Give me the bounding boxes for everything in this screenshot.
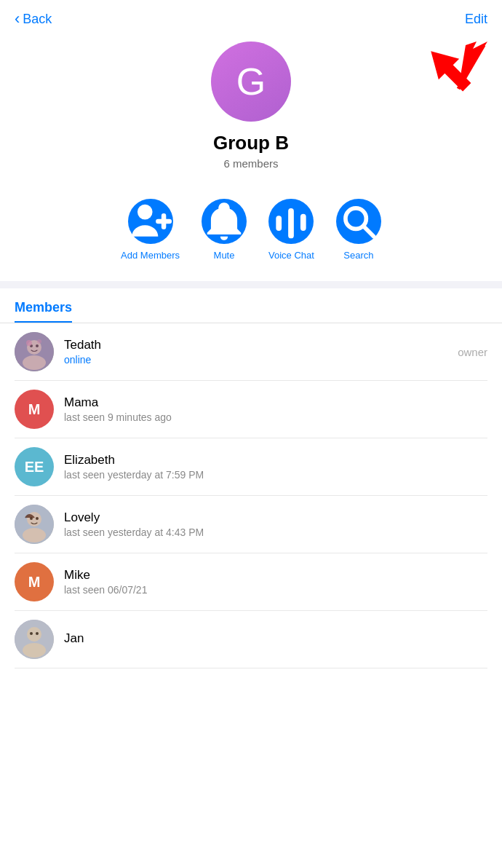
- svg-line-10: [364, 226, 373, 236]
- voice-chat-icon-circle: [268, 199, 314, 244]
- member-name-jan: Jan: [64, 631, 487, 646]
- add-person-icon: [128, 199, 173, 244]
- search-icon-circle: [336, 199, 381, 244]
- add-members-action[interactable]: Add Members: [121, 199, 180, 261]
- annotation-arrow: [415, 42, 487, 92]
- edit-button[interactable]: Edit: [465, 12, 487, 27]
- svg-point-17: [37, 339, 41, 344]
- svg-rect-6: [276, 216, 282, 231]
- member-avatar-mike: M: [15, 562, 54, 601]
- voice-chat-label: Voice Chat: [268, 250, 314, 261]
- header: ‹ Back Edit: [0, 0, 502, 34]
- voice-icon: [268, 199, 314, 244]
- svg-point-22: [36, 517, 39, 520]
- member-avatar-lovely: [15, 505, 54, 544]
- svg-rect-7: [289, 208, 295, 238]
- member-row[interactable]: M Mama last seen 9 minutes ago: [15, 381, 487, 438]
- bell-icon: [202, 199, 247, 244]
- back-arrow-icon: ‹: [15, 11, 20, 27]
- svg-point-26: [30, 632, 33, 635]
- member-name-lovely: Lovely: [64, 510, 487, 525]
- svg-point-20: [23, 528, 46, 542]
- member-role-tedath: owner: [458, 346, 487, 358]
- svg-point-24: [27, 627, 41, 642]
- member-avatar-elizabeth: EE: [15, 447, 54, 486]
- member-name-tedath: Tedath: [64, 338, 447, 352]
- member-status-lovely: last seen yesterday at 4:43 PM: [64, 526, 487, 538]
- member-row[interactable]: EE Elizabeth last seen yesterday at 7:59…: [15, 438, 487, 496]
- group-name: Group B: [213, 132, 289, 154]
- member-status-elizabeth: last seen yesterday at 7:59 PM: [64, 469, 487, 481]
- member-avatar-tedath: [15, 332, 54, 371]
- svg-point-15: [36, 344, 39, 347]
- member-row[interactable]: M Mike last seen 06/07/21: [15, 553, 487, 611]
- mute-action[interactable]: Mute: [202, 199, 247, 261]
- svg-rect-8: [300, 214, 306, 231]
- member-avatar-jan: [15, 620, 54, 659]
- member-name-mike: Mike: [64, 568, 487, 583]
- members-heading: Members: [15, 300, 72, 323]
- member-row[interactable]: Tedath online owner: [15, 323, 487, 381]
- member-info-elizabeth: Elizabeth last seen yesterday at 7:59 PM: [64, 453, 487, 481]
- member-row[interactable]: Jan: [15, 611, 487, 668]
- voice-chat-action[interactable]: Voice Chat: [268, 199, 314, 261]
- member-info-tedath: Tedath online: [64, 338, 447, 366]
- member-status-mike: last seen 06/07/21: [64, 584, 487, 596]
- lovely-avatar-img: [15, 505, 54, 544]
- svg-point-25: [23, 643, 46, 658]
- member-info-jan: Jan: [64, 631, 487, 647]
- mute-icon-circle: [202, 199, 247, 244]
- jan-avatar-img: [15, 620, 54, 659]
- search-icon: [336, 199, 381, 244]
- back-button[interactable]: ‹ Back: [15, 12, 52, 27]
- group-avatar-letter: G: [236, 60, 266, 103]
- member-list: Tedath online owner M Mama last seen 9 m…: [0, 323, 502, 668]
- svg-point-3: [137, 205, 152, 220]
- actions-row: Add Members Mute Voice Chat Search: [0, 184, 502, 281]
- svg-point-16: [26, 340, 32, 346]
- search-action[interactable]: Search: [336, 199, 381, 261]
- member-avatar-mama: M: [15, 390, 54, 429]
- svg-point-13: [23, 355, 46, 370]
- member-info-mama: Mama last seen 9 minutes ago: [64, 395, 487, 423]
- member-row[interactable]: Lovely last seen yesterday at 4:43 PM: [15, 496, 487, 553]
- member-name-elizabeth: Elizabeth: [64, 453, 487, 467]
- member-status-tedath: online: [64, 354, 447, 366]
- add-members-icon-circle: [128, 199, 173, 244]
- search-label: Search: [343, 250, 373, 261]
- tedath-avatar-img: [15, 332, 54, 371]
- edit-label: Edit: [465, 12, 487, 26]
- profile-section: G Group B 6 members: [0, 34, 502, 184]
- member-info-lovely: Lovely last seen yesterday at 4:43 PM: [64, 510, 487, 538]
- mute-label: Mute: [214, 250, 235, 261]
- svg-point-27: [36, 632, 39, 635]
- member-name-mama: Mama: [64, 395, 487, 410]
- member-status-mama: last seen 9 minutes ago: [64, 411, 487, 423]
- section-separator: [0, 281, 502, 288]
- group-avatar: G: [211, 42, 291, 122]
- add-members-label: Add Members: [121, 250, 180, 261]
- members-section-header: Members: [0, 288, 502, 323]
- back-label: Back: [23, 12, 52, 27]
- members-count: 6 members: [223, 157, 278, 170]
- member-info-mike: Mike last seen 06/07/21: [64, 568, 487, 596]
